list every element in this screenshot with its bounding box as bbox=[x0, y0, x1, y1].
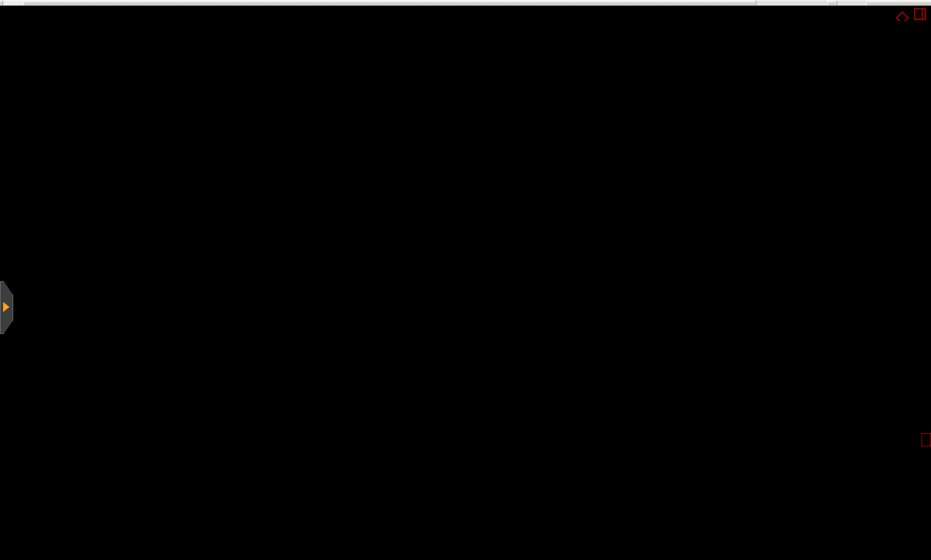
window-split-icon[interactable] bbox=[915, 9, 925, 19]
diamond-icon[interactable] bbox=[896, 12, 908, 21]
topbar-segment bbox=[3, 1, 24, 5]
top-window-strip bbox=[0, 0, 931, 6]
topbar-segment bbox=[756, 1, 828, 5]
sidebar-slide-tab[interactable] bbox=[0, 281, 13, 334]
expand-right-icon bbox=[3, 302, 9, 312]
topbar-segment bbox=[837, 1, 867, 5]
corner-icons bbox=[892, 8, 931, 24]
kdj-pane-header bbox=[1, 451, 31, 462]
trading-app-window bbox=[0, 0, 931, 560]
volume-pane-header bbox=[1, 340, 25, 352]
chart-canvas[interactable] bbox=[0, 0, 931, 560]
close-pane-button[interactable] bbox=[922, 433, 931, 446]
chart-header bbox=[1, 7, 35, 19]
